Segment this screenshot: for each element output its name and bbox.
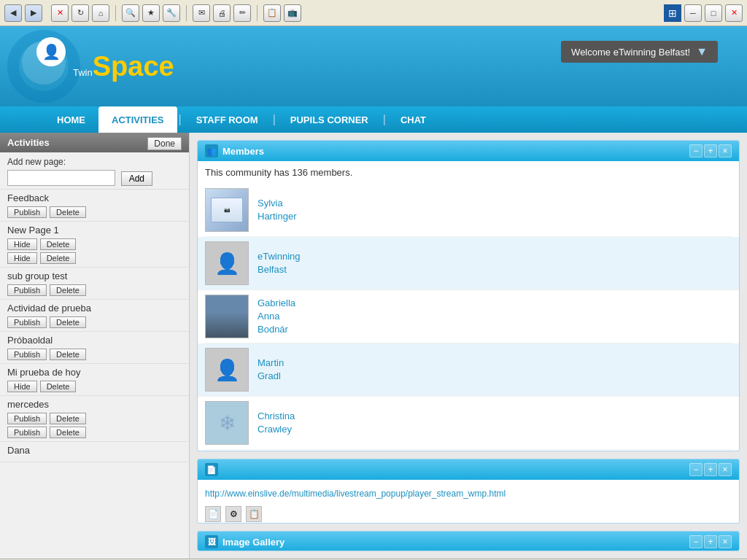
mail-button[interactable]: ✉ — [193, 4, 210, 22]
print-button[interactable]: 🖨 — [213, 4, 231, 22]
url-expand-button[interactable]: + — [704, 463, 717, 476]
newpage1-hide-button-1[interactable]: Hide — [7, 238, 37, 250]
members-header-left: 👥 Members — [205, 144, 264, 158]
gallery-minimize-button[interactable]: − — [689, 535, 703, 548]
member-row-martin: 👤 Martin Gradl — [198, 343, 739, 397]
url-close-button[interactable]: × — [719, 463, 732, 476]
url-widget-header: 📄 − + × — [198, 459, 739, 480]
page-entry-probaoldal: Próbaoldal Publish Delete — [0, 332, 189, 364]
logo-inner-circle: 👤 — [36, 37, 66, 66]
etwinning-name-line2: Belfast — [258, 263, 301, 276]
martin-name[interactable]: Martin Gradl — [258, 357, 284, 383]
miprueba-delete-button[interactable]: Delete — [40, 381, 77, 392]
page-entry-subgroup: sub group test Publish Delete — [0, 268, 189, 300]
nav-staff-room[interactable]: STAFF ROOM — [183, 106, 271, 133]
actividad-publish-button[interactable]: Publish — [7, 316, 47, 328]
martin-name-line2: Gradl — [258, 370, 284, 383]
martin-avatar[interactable]: 👤 — [205, 348, 249, 392]
sylvia-name[interactable]: Sylvia Hartinger — [258, 197, 296, 223]
home-button[interactable]: ⌂ — [92, 4, 109, 22]
sylvia-avatar[interactable]: 📷 — [205, 188, 249, 232]
close-window-button[interactable]: ✕ — [725, 4, 743, 22]
member-row-etwinning: 👤 eTwinning Belfast — [198, 237, 739, 290]
members-minimize-button[interactable]: − — [689, 144, 703, 158]
separator3 — [257, 5, 258, 21]
gabriella-name-line1: Gabriella — [258, 297, 295, 310]
favorites-button[interactable]: ★ — [142, 4, 160, 22]
url-minimize-button[interactable]: − — [689, 463, 703, 476]
url-widget-body: http://www.einslive.de/multimedia/livest… — [198, 480, 739, 524]
maximize-button[interactable]: □ — [705, 4, 722, 22]
members-expand-button[interactable]: + — [704, 144, 717, 158]
page-name-feedback: Feedback — [7, 192, 182, 203]
probaoldal-publish-button[interactable]: Publish — [7, 349, 47, 360]
tools-button[interactable]: 🔧 — [163, 4, 180, 22]
add-new-label: Add new page: — [7, 157, 182, 167]
page-entry-miprueba: Mi prueba de hoy Hide Delete — [0, 364, 189, 396]
probaoldal-buttons: Publish Delete — [7, 349, 182, 360]
windows-logo: ⊞ — [664, 4, 681, 22]
subgroup-delete-button[interactable]: Delete — [50, 284, 86, 296]
newpage1-delete-button-1[interactable]: Delete — [40, 238, 77, 250]
page-entry-actividad: Actividad de prueba Publish Delete — [0, 300, 189, 332]
page-entry-newpage1: New Page 1 Hide Delete Hide Delete — [0, 222, 189, 268]
mercedes-delete-button-1[interactable]: Delete — [50, 413, 86, 424]
nav-pupils-corner[interactable]: PUPILS CORNER — [277, 106, 382, 133]
refresh-button[interactable]: ↻ — [71, 4, 89, 22]
christina-name-line1: Christina — [258, 410, 295, 423]
mercedes-publish-button-1[interactable]: Publish — [7, 413, 47, 424]
etwinning-avatar[interactable]: 👤 — [205, 241, 249, 285]
mercedes-publish-button-2[interactable]: Publish — [7, 427, 47, 438]
clipboard-button[interactable]: 📋 — [263, 4, 281, 22]
newpage1-hide-button-2[interactable]: Hide — [7, 252, 37, 264]
christina-name-line2: Crawley — [258, 423, 295, 436]
miprueba-hide-button[interactable]: Hide — [7, 381, 37, 392]
nav-chat[interactable]: CHAT — [387, 106, 439, 133]
feedback-publish-button[interactable]: Publish — [7, 206, 47, 218]
welcome-text: Welcome eTwinning Belfast! — [571, 47, 690, 58]
gabriella-name[interactable]: Gabriella Anna Bodnár — [258, 297, 295, 337]
actividad-delete-button[interactable]: Delete — [50, 316, 86, 328]
url-link[interactable]: http://www.einslive.de/multimedia/livest… — [205, 486, 732, 502]
gallery-expand-button[interactable]: + — [704, 535, 717, 548]
subgroup-publish-button[interactable]: Publish — [7, 284, 47, 296]
gabriella-avatar[interactable] — [205, 295, 249, 338]
page-name-probaoldal: Próbaoldal — [7, 335, 182, 346]
member-row-sylvia: 📷 Sylvia Hartinger — [205, 184, 732, 237]
back-button[interactable]: ◀ — [4, 4, 22, 22]
newpage1-buttons-row2: Hide Delete — [7, 252, 182, 264]
edit-button[interactable]: ✏ — [233, 4, 251, 22]
separator2 — [186, 5, 187, 21]
url-list-icon[interactable]: 📋 — [246, 506, 262, 522]
newpage1-delete-button-2[interactable]: Delete — [40, 252, 77, 264]
probaoldal-delete-button[interactable]: Delete — [50, 349, 86, 360]
done-button[interactable]: Done — [147, 137, 182, 150]
members-count: This community has 136 members. — [205, 167, 732, 178]
etwinning-name[interactable]: eTwinning Belfast — [258, 250, 301, 276]
stop-button[interactable]: ✕ — [51, 4, 69, 22]
add-page-button[interactable]: Add — [121, 171, 152, 186]
url-image-icon[interactable]: 📄 — [205, 506, 221, 522]
welcome-badge[interactable]: Welcome eTwinning Belfast! ▼ — [561, 41, 718, 63]
feedback-buttons: Publish Delete — [7, 206, 182, 218]
christina-name[interactable]: Christina Crawley — [258, 410, 295, 436]
media-button[interactable]: 📺 — [284, 4, 301, 22]
nav-home[interactable]: HOME — [44, 106, 98, 133]
activities-sidebar: Activities Done Add new page: Add Feedba… — [0, 133, 190, 559]
page-entry-mercedes: mercedes Publish Delete Publish Delete — [0, 396, 189, 442]
christina-avatar[interactable]: ❄ — [205, 401, 249, 445]
image-gallery-widget: 🖼 Image Gallery − + × — [197, 531, 740, 551]
forward-button[interactable]: ▶ — [25, 4, 42, 22]
gallery-close-button[interactable]: × — [719, 535, 732, 548]
members-close-button[interactable]: × — [719, 144, 732, 158]
url-header-left: 📄 — [205, 463, 218, 476]
feedback-delete-button[interactable]: Delete — [50, 206, 86, 218]
page-name-miprueba: Mi prueba de hoy — [7, 367, 182, 378]
actividad-buttons: Publish Delete — [7, 316, 182, 328]
url-gear-icon[interactable]: ⚙ — [225, 506, 241, 522]
new-page-input[interactable] — [7, 170, 115, 186]
mercedes-delete-button-2[interactable]: Delete — [50, 427, 86, 438]
nav-activities[interactable]: ACTIVITIES — [98, 106, 177, 133]
minimize-button[interactable]: ─ — [684, 4, 702, 22]
search-button[interactable]: 🔍 — [122, 4, 139, 22]
